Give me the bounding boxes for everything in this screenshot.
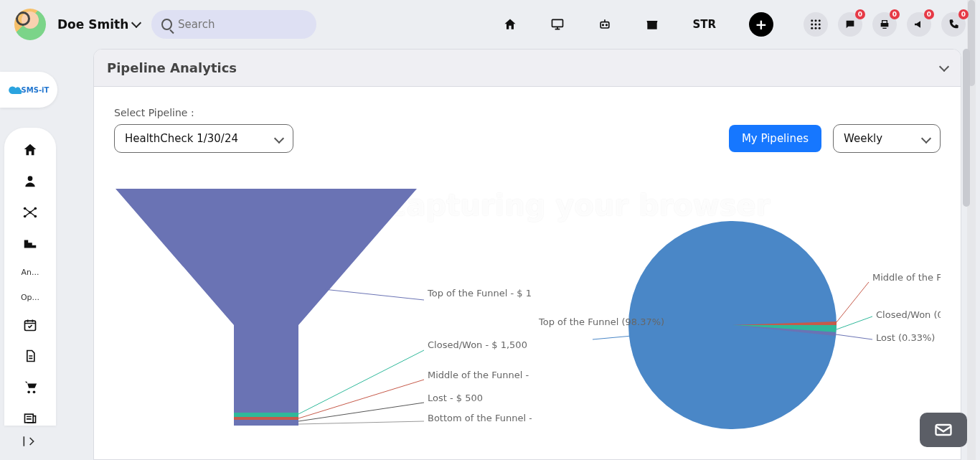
svg-point-3	[606, 24, 608, 26]
svg-point-21	[33, 391, 36, 394]
svg-point-9	[819, 24, 821, 26]
svg-point-2	[603, 24, 604, 26]
svg-line-38	[593, 336, 632, 339]
sidebar-item-analytics[interactable]: An...	[22, 268, 39, 277]
svg-rect-0	[552, 19, 563, 27]
svg-rect-24	[234, 413, 298, 417]
svg-point-13	[28, 177, 33, 182]
add-button[interactable]: +	[749, 12, 773, 37]
svg-line-28	[298, 350, 424, 414]
phone-badge: 0	[958, 9, 969, 19]
sidebar-item-opportunities[interactable]: Op...	[21, 293, 39, 302]
svg-point-7	[811, 24, 813, 26]
pie-label: Closed/Won (0.98%)	[876, 309, 941, 320]
funnel-label: Bottom of the Funnel - $ 0	[428, 413, 532, 423]
chevron-down-icon[interactable]	[939, 61, 949, 71]
svg-point-5	[815, 19, 817, 22]
robot-icon[interactable]	[598, 17, 612, 32]
sidebar-calendar-icon[interactable]	[22, 318, 38, 333]
my-pipelines-button[interactable]: My Pipelines	[729, 125, 821, 152]
top-nav-icons: STR +	[503, 12, 773, 37]
svg-text:Top of the Funnel (98.37%): Top of the Funnel (98.37%)	[538, 316, 664, 327]
svg-point-11	[815, 27, 817, 29]
search-box[interactable]	[151, 10, 316, 39]
svg-text:Closed/Won - $ 1,500: Closed/Won - $ 1,500	[428, 339, 527, 350]
cloud-icon	[9, 85, 22, 94]
pie-label: Lost (0.33%)	[876, 332, 935, 343]
avatar[interactable]	[14, 9, 46, 40]
svg-text:Closed/Won (0.98%): Closed/Won (0.98%)	[876, 309, 941, 320]
sidebar-user-icon[interactable]	[22, 174, 38, 189]
pipeline-selected-value: HealthCheck 1/30/24	[125, 132, 238, 145]
sidebar-collapse-icon[interactable]	[22, 434, 37, 450]
print-button[interactable]: 0	[872, 12, 897, 37]
svg-line-39	[837, 282, 869, 322]
chevron-down-icon	[274, 133, 284, 144]
chat-badge: 0	[855, 9, 865, 19]
svg-rect-46	[936, 425, 951, 435]
top-actions: 0 0 0 0	[804, 12, 966, 37]
sidebar: An... Op...	[4, 128, 56, 426]
content-scrollbar[interactable]	[963, 49, 970, 453]
funnel-label: Closed/Won - $ 1,500	[428, 339, 527, 350]
announce-badge: 0	[924, 9, 934, 19]
sidebar-document-icon[interactable]	[22, 349, 38, 364]
svg-line-30	[298, 403, 424, 421]
svg-line-27	[324, 289, 424, 300]
str-link[interactable]: STR	[692, 18, 716, 31]
funnel-label: Lost - $ 500	[428, 393, 483, 403]
pipeline-select-label: Select Pipeline :	[114, 107, 293, 118]
phone-button[interactable]: 0	[941, 12, 966, 37]
svg-line-41	[836, 334, 872, 339]
svg-text:Lost (0.33%): Lost (0.33%)	[876, 332, 935, 343]
pie-label: Middle of the Funnel (0.33%)	[872, 272, 941, 283]
period-selected-value: Weekly	[844, 132, 882, 145]
svg-text:Bottom of the Funnel - $ 0: Bottom of the Funnel - $ 0	[428, 413, 532, 423]
pie-label: Top of the Funnel (98.37%)	[538, 316, 664, 327]
search-icon	[161, 19, 172, 30]
svg-line-31	[298, 421, 424, 424]
funnel-chart: Top of the Funnel - $ 151,000 Closed/Won…	[101, 182, 532, 460]
store-icon[interactable]	[645, 17, 659, 32]
user-name-label: Doe Smith	[57, 17, 128, 32]
chevron-down-icon	[921, 133, 931, 144]
svg-rect-25	[234, 417, 298, 420]
mail-icon	[933, 420, 953, 440]
svg-point-6	[819, 19, 821, 22]
svg-text:Top of the Funnel - $ 151,000: Top of the Funnel - $ 151,000	[427, 288, 532, 299]
svg-line-29	[298, 380, 424, 418]
apps-button[interactable]	[804, 12, 828, 37]
svg-text:Middle of the Funnel - $ 501: Middle of the Funnel - $ 501	[428, 370, 532, 380]
sidebar-home-icon[interactable]	[22, 142, 38, 158]
mail-widget[interactable]	[920, 413, 967, 447]
sidebar-network-icon[interactable]	[22, 205, 38, 220]
search-input[interactable]	[178, 18, 306, 31]
card-title: Pipeline Analytics	[107, 60, 237, 75]
home-icon[interactable]	[503, 17, 517, 32]
print-badge: 0	[890, 9, 900, 19]
svg-point-10	[811, 27, 813, 29]
svg-text:Lost - $ 500: Lost - $ 500	[428, 393, 483, 403]
pipeline-select[interactable]: HealthCheck 1/30/24	[114, 124, 293, 153]
svg-point-20	[27, 391, 30, 394]
svg-point-4	[811, 19, 813, 22]
brand-text: SMS-iT	[22, 86, 50, 94]
funnel-label: Top of the Funnel - $ 151,000	[427, 288, 532, 299]
svg-marker-23	[116, 189, 417, 426]
period-select[interactable]: Weekly	[833, 124, 941, 153]
announce-button[interactable]: 0	[907, 12, 931, 37]
sidebar-cart-icon[interactable]	[22, 379, 38, 395]
svg-rect-26	[234, 420, 298, 423]
monitor-icon[interactable]	[550, 17, 565, 32]
svg-text:Middle of the Funnel (0.33%): Middle of the Funnel (0.33%)	[872, 272, 941, 283]
chat-button[interactable]: 0	[838, 12, 862, 37]
sidebar-steps-icon[interactable]	[22, 236, 38, 252]
card-header: Pipeline Analytics	[94, 50, 961, 87]
svg-point-8	[815, 24, 817, 26]
charts-area: Now capturing your browser Top of the Fu…	[94, 182, 961, 460]
brand-logo[interactable]: SMS-iT	[0, 72, 57, 108]
svg-rect-19	[25, 321, 36, 330]
analytics-card: Pipeline Analytics Select Pipeline : Hea…	[93, 49, 961, 460]
sidebar-news-icon[interactable]	[22, 410, 38, 426]
user-menu[interactable]: Doe Smith	[57, 17, 140, 32]
